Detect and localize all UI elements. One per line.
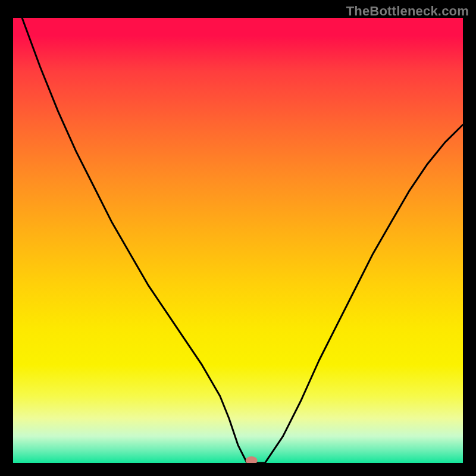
chart-stage: TheBottleneck.com <box>0 0 476 476</box>
watermark-text: TheBottleneck.com <box>346 4 469 19</box>
optimal-marker <box>246 456 258 463</box>
bottleneck-curve <box>22 18 463 463</box>
chart-overlay <box>13 18 463 463</box>
plot-area <box>13 18 463 463</box>
